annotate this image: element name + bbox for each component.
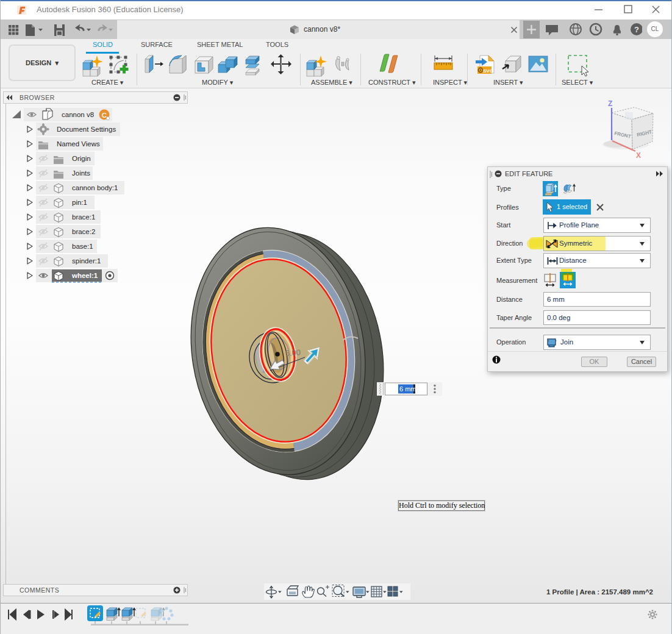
svg-text:pin:1: pin:1 (72, 199, 87, 206)
svg-text:Z: Z (608, 99, 612, 108)
svg-text:?: ? (634, 25, 639, 34)
svg-text:spinder:1: spinder:1 (72, 257, 101, 265)
svg-text:6 mm: 6 mm (399, 385, 416, 393)
svg-text:Named Views: Named Views (57, 140, 100, 148)
svg-text:base:1: base:1 (72, 243, 93, 250)
svg-text:cannon v8: cannon v8 (62, 111, 94, 118)
svg-text:C: C (102, 112, 107, 119)
svg-text:Joints: Joints (72, 169, 90, 177)
svg-text:X: X (636, 151, 641, 160)
svg-text:COMMENTS: COMMENTS (20, 586, 59, 594)
svg-text:EDIT FEATURE: EDIT FEATURE (505, 170, 552, 177)
svg-text:Origin: Origin (72, 155, 91, 162)
svg-text:Document Settings: Document Settings (57, 126, 116, 133)
svg-text:SVG: SVG (483, 68, 493, 74)
svg-text:brace:1: brace:1 (72, 213, 95, 221)
svg-text:cannon body:1: cannon body:1 (72, 184, 118, 191)
svg-text:brace:2: brace:2 (72, 228, 95, 235)
svg-text:BROWSER: BROWSER (20, 94, 55, 101)
svg-text:6.00: 6.00 (285, 347, 301, 358)
svg-text:wheel:1: wheel:1 (71, 272, 98, 279)
